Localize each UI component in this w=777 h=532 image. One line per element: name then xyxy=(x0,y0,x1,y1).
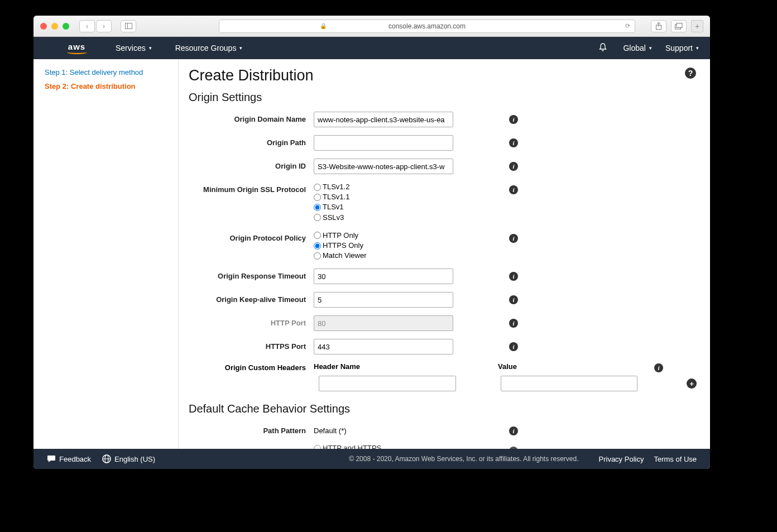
svg-rect-0 xyxy=(125,23,132,29)
origin-domain-name-label: Origin Domain Name xyxy=(189,112,314,123)
new-tab-button[interactable]: + xyxy=(691,20,703,32)
ssl-sslv3-option[interactable]: SSLv3 xyxy=(314,213,453,223)
resource-groups-label: Resource Groups xyxy=(175,44,237,52)
aws-navbar: aws Services ▾ Resource Groups ▾ Global … xyxy=(33,37,710,59)
feedback-label: Feedback xyxy=(59,455,91,463)
https-only-option[interactable]: HTTPS Only xyxy=(314,241,453,251)
resource-groups-menu[interactable]: Resource Groups ▾ xyxy=(175,44,243,52)
http-port-input xyxy=(314,315,453,331)
content-area: Step 1: Select delivery method Step 2: C… xyxy=(33,59,710,449)
maximize-window-button[interactable] xyxy=(63,23,69,30)
info-icon[interactable]: i xyxy=(509,319,518,328)
main-form: ? Create Distribution Origin Settings Or… xyxy=(179,59,710,449)
section-origin-settings: Origin Settings xyxy=(189,91,697,104)
help-icon[interactable]: ? xyxy=(684,67,697,82)
back-button[interactable]: ‹ xyxy=(79,20,95,32)
language-selector[interactable]: English (US) xyxy=(102,454,155,463)
info-icon[interactable]: i xyxy=(509,115,518,124)
origin-path-input[interactable] xyxy=(314,135,453,151)
share-button[interactable] xyxy=(651,20,666,32)
info-icon[interactable]: i xyxy=(509,342,518,351)
ssl-tlsv12-option[interactable]: TLSv1.2 xyxy=(314,182,453,192)
minimize-window-button[interactable] xyxy=(51,23,58,30)
close-window-button[interactable] xyxy=(40,23,47,30)
feedback-link[interactable]: Feedback xyxy=(47,455,91,463)
custom-header-name-input[interactable] xyxy=(319,376,455,391)
protocol-policy-radios: HTTP Only HTTPS Only Match Viewer xyxy=(314,231,453,261)
info-icon[interactable]: i xyxy=(509,426,518,435)
url-bar[interactable]: 🔒 console.aws.amazon.com ⟳ xyxy=(219,20,635,33)
lock-icon: 🔒 xyxy=(320,23,327,29)
response-timeout-input[interactable] xyxy=(314,269,453,284)
region-menu[interactable]: Global ▾ xyxy=(623,44,651,52)
traffic-lights xyxy=(40,23,69,30)
url-text: console.aws.amazon.com xyxy=(388,22,466,30)
info-icon[interactable]: i xyxy=(509,234,518,243)
support-label: Support xyxy=(665,44,693,52)
support-menu[interactable]: Support ▾ xyxy=(665,44,699,52)
path-pattern-value: Default (*) xyxy=(314,423,453,435)
origin-path-label: Origin Path xyxy=(189,135,314,147)
chevron-down-icon: ▾ xyxy=(696,45,699,51)
ssl-tlsv11-option[interactable]: TLSv1.1 xyxy=(314,192,453,202)
viewer-protocol-label-partial xyxy=(189,443,314,447)
reload-icon[interactable]: ⟳ xyxy=(625,22,630,30)
info-icon[interactable]: i xyxy=(509,162,518,171)
min-ssl-label: Minimum Origin SSL Protocol xyxy=(189,182,314,194)
http-only-option[interactable]: HTTP Only xyxy=(314,231,453,241)
add-header-button[interactable]: + xyxy=(687,378,697,389)
copyright-text: © 2008 - 2020, Amazon Web Services, Inc.… xyxy=(349,455,578,463)
tabs-button[interactable] xyxy=(671,20,687,32)
header-value-column: Value xyxy=(498,362,637,371)
svg-text:?: ? xyxy=(688,69,693,78)
min-ssl-radios: TLSv1.2 TLSv1.1 TLSv1 SSLv3 xyxy=(314,182,453,223)
step-2-link[interactable]: Step 2: Create distribution xyxy=(45,82,167,90)
protocol-policy-label: Origin Protocol Policy xyxy=(189,231,314,242)
info-icon[interactable]: i xyxy=(509,295,518,304)
match-viewer-option[interactable]: Match Viewer xyxy=(314,251,453,261)
page-title: Create Distribution xyxy=(189,67,697,84)
terms-of-use-link[interactable]: Terms of Use xyxy=(654,455,697,463)
info-icon[interactable]: i xyxy=(654,363,663,372)
response-timeout-label: Origin Response Timeout xyxy=(189,269,314,280)
browser-window: ‹ › 🔒 console.aws.amazon.com ⟳ + aws Ser… xyxy=(33,16,710,469)
wizard-steps: Step 1: Select delivery method Step 2: C… xyxy=(33,59,179,449)
origin-domain-name-input[interactable] xyxy=(314,112,453,127)
region-label: Global xyxy=(623,44,645,52)
forward-button[interactable]: › xyxy=(96,20,112,32)
browser-titlebar: ‹ › 🔒 console.aws.amazon.com ⟳ + xyxy=(33,16,710,37)
http-port-label: HTTP Port xyxy=(189,315,314,327)
chevron-down-icon: ▾ xyxy=(239,45,242,51)
ssl-tlsv1-option[interactable]: TLSv1 xyxy=(314,202,453,212)
language-label: English (US) xyxy=(114,455,155,463)
services-label: Services xyxy=(116,44,146,52)
chevron-down-icon: ▾ xyxy=(149,45,152,51)
svg-rect-5 xyxy=(677,23,682,27)
path-pattern-label: Path Pattern xyxy=(189,423,314,435)
custom-headers-label: Origin Custom Headers xyxy=(189,362,314,372)
notifications-icon[interactable] xyxy=(598,42,607,54)
info-icon[interactable]: i xyxy=(509,138,518,147)
https-port-label: HTTPS Port xyxy=(189,339,314,351)
sidebar-toggle-button[interactable] xyxy=(121,20,136,32)
info-icon[interactable]: i xyxy=(509,272,518,281)
origin-id-input[interactable] xyxy=(314,159,453,174)
origin-id-label: Origin ID xyxy=(189,159,314,170)
services-menu[interactable]: Services ▾ xyxy=(116,44,152,52)
info-icon[interactable]: i xyxy=(509,447,518,449)
aws-logo[interactable]: aws xyxy=(61,42,92,54)
header-name-column: Header Name xyxy=(314,362,453,371)
custom-header-value-input[interactable] xyxy=(501,376,637,391)
keepalive-timeout-label: Origin Keep-alive Timeout xyxy=(189,292,314,304)
keepalive-timeout-input[interactable] xyxy=(314,292,453,308)
step-1-link[interactable]: Step 1: Select delivery method xyxy=(45,68,167,76)
section-cache-behavior: Default Cache Behavior Settings xyxy=(189,402,697,415)
privacy-policy-link[interactable]: Privacy Policy xyxy=(599,455,644,463)
https-port-input[interactable] xyxy=(314,339,453,354)
footer: Feedback English (US) © 2008 - 2020, Ama… xyxy=(33,449,710,469)
info-icon[interactable]: i xyxy=(509,185,518,194)
http-and-https-option[interactable]: HTTP and HTTPS xyxy=(314,443,453,449)
chevron-down-icon: ▾ xyxy=(649,45,652,51)
